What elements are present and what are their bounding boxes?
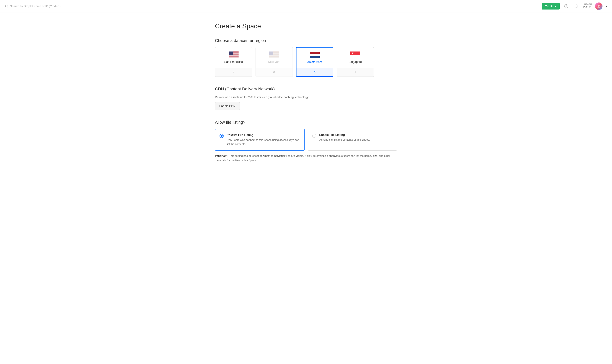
usage-amount: $108.91: [583, 6, 592, 9]
svg-rect-23: [269, 52, 273, 55]
file-listing-cards: Restrict File Listing Only users who con…: [215, 129, 397, 151]
region-number-san-francisco: 2: [215, 68, 252, 76]
help-icon[interactable]: ?: [563, 3, 570, 10]
search-icon: [5, 5, 8, 8]
region-name-singapore: Singapore: [349, 60, 362, 64]
header: Search by Droplet name or IP (Cmd+B) Cre…: [0, 0, 612, 13]
file-listing-restrict-card[interactable]: Restrict File Listing Only users who con…: [215, 129, 305, 151]
region-number-singapore: 1: [337, 68, 374, 76]
cdn-section: CDN (Content Delivery Network) Deliver w…: [215, 87, 397, 110]
svg-rect-12: [229, 57, 239, 58]
region-name-new-york: New York: [268, 60, 280, 64]
svg-line-1: [7, 7, 8, 7]
region-section: Choose a datacenter region: [215, 38, 397, 77]
file-listing-section: Allow file listing? Restrict File Listin…: [215, 120, 397, 163]
important-note: Important: This setting has no effect on…: [215, 154, 397, 163]
important-label: Important:: [215, 154, 228, 157]
region-card-top-new-york: New York: [256, 47, 293, 68]
radio-restrict[interactable]: [220, 134, 224, 138]
svg-point-31: [353, 52, 355, 54]
header-right: Create ▾ ? USAGE $108.91 ▾: [542, 2, 607, 10]
region-card-top-singapore: Singapore: [337, 47, 374, 68]
chevron-down-icon: ▾: [555, 5, 556, 8]
svg-rect-28: [350, 52, 360, 55]
flag-us-faded-icon: [269, 52, 279, 58]
flag-us-icon: [229, 52, 239, 58]
region-card-top-san-francisco: San Francisco: [215, 47, 252, 68]
enable-cdn-button[interactable]: Enable CDN: [215, 102, 240, 110]
flag-sg-icon: [350, 52, 360, 58]
main-content: Create a Space Choose a datacenter regio…: [207, 13, 405, 182]
cdn-description: Deliver web assets up to 70% faster with…: [215, 96, 397, 99]
region-card-singapore[interactable]: Singapore 1: [337, 47, 374, 77]
enable-description: Anyone can list the contents of this Spa…: [319, 138, 370, 142]
usage-block: USAGE $108.91: [583, 3, 592, 9]
svg-rect-20: [269, 56, 279, 57]
region-section-title: Choose a datacenter region: [215, 38, 397, 43]
region-card-top-amsterdam: Amsterdam: [296, 48, 333, 68]
file-listing-title: Allow file listing?: [215, 120, 397, 125]
svg-rect-29: [350, 55, 360, 58]
svg-rect-27: [310, 56, 320, 58]
enable-label: Enable File Listing: [319, 133, 370, 136]
radio-enable[interactable]: [312, 134, 316, 138]
svg-rect-13: [229, 58, 239, 58]
region-number-new-york: 3: [256, 68, 293, 76]
region-cards-container: San Francisco 2: [215, 47, 397, 77]
avatar[interactable]: [595, 2, 602, 10]
region-card-amsterdam[interactable]: Amsterdam 3: [296, 47, 333, 77]
svg-rect-25: [310, 52, 320, 54]
search-placeholder: Search by Droplet name or IP (Cmd+B): [10, 5, 60, 8]
notifications-icon[interactable]: [573, 3, 580, 10]
search-bar[interactable]: Search by Droplet name or IP (Cmd+B): [5, 5, 542, 8]
flag-nl-icon: [310, 52, 320, 58]
region-name-san-francisco: San Francisco: [224, 60, 243, 64]
restrict-description: Only users who connect to this Space usi…: [226, 138, 300, 146]
enable-text: Enable File Listing Anyone can list the …: [319, 133, 370, 142]
cdn-section-title: CDN (Content Delivery Network): [215, 87, 397, 91]
svg-point-5: [597, 7, 600, 8]
svg-rect-21: [269, 57, 279, 58]
restrict-label: Restrict File Listing: [226, 133, 300, 137]
create-button[interactable]: Create ▾: [542, 3, 560, 10]
svg-rect-11: [229, 56, 239, 57]
restrict-text: Restrict File Listing Only users who con…: [226, 133, 300, 146]
svg-rect-26: [310, 54, 320, 56]
region-card-san-francisco[interactable]: San Francisco 2: [215, 47, 252, 77]
region-card-new-york[interactable]: New York 3: [255, 47, 293, 77]
important-text: This setting has no effect on whether in…: [215, 154, 390, 162]
avatar-chevron-icon[interactable]: ▾: [606, 5, 607, 8]
page-title: Create a Space: [215, 22, 397, 30]
svg-rect-14: [229, 52, 233, 55]
svg-text:?: ?: [565, 5, 567, 8]
svg-rect-22: [269, 58, 279, 58]
region-name-amsterdam: Amsterdam: [307, 60, 322, 64]
region-number-amsterdam: 3: [296, 68, 333, 76]
svg-point-4: [598, 5, 599, 7]
file-listing-enable-card[interactable]: Enable File Listing Anyone can list the …: [308, 129, 397, 151]
